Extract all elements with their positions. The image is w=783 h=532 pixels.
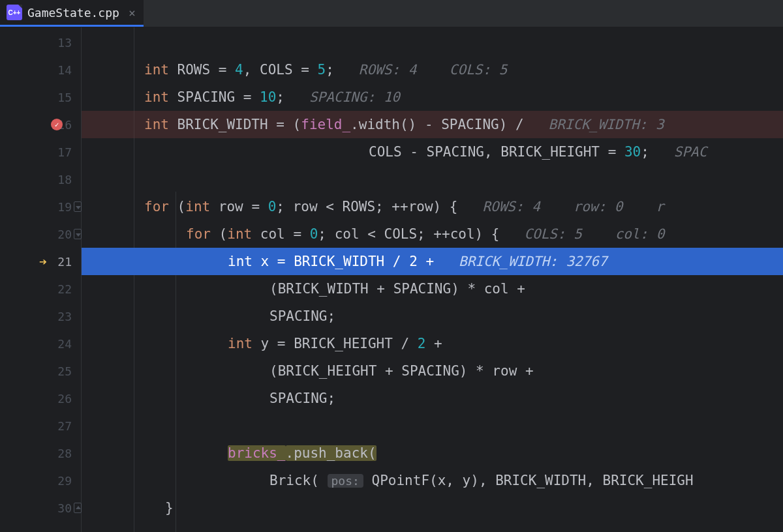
code-line[interactable]: int y = BRICK_HEIGHT / 2 + [82, 330, 783, 357]
line-number[interactable]: 29 [0, 467, 81, 494]
line-number[interactable]: 24 [0, 330, 81, 357]
code-line[interactable] [82, 29, 783, 56]
line-number[interactable]: 20 [0, 220, 81, 248]
line-number[interactable]: 14 [0, 56, 81, 83]
code-line[interactable] [82, 166, 783, 193]
fold-toggle-icon[interactable] [74, 503, 82, 513]
line-number[interactable]: 17 [0, 138, 81, 166]
code-line[interactable]: bricks_.push_back( [82, 439, 783, 467]
gutter: 13 14 15 16 17 18 19 20 ➔21 22 23 24 25 … [0, 27, 82, 532]
line-number[interactable]: 28 [0, 439, 81, 467]
code-line[interactable]: for (int row = 0; row < ROWS; ++row) { R… [82, 193, 783, 220]
inline-hint: ROWS: 4 COLS: 5 [359, 62, 508, 78]
inline-hint: BRICK_WIDTH: 3 [549, 117, 664, 132]
line-number[interactable]: 13 [0, 29, 81, 56]
tab-filename: GameState.cpp [27, 6, 119, 20]
inline-hint: ROWS: 4 row: 0 r [482, 199, 664, 214]
line-number[interactable]: 16 [0, 111, 81, 138]
code-line[interactable]: int x = BRICK_WIDTH / 2 + BRICK_WIDTH: 3… [82, 248, 783, 275]
code-line[interactable]: int ROWS = 4, COLS = 5; ROWS: 4 COLS: 5 [82, 56, 783, 83]
inline-hint: SPACING: 10 [309, 89, 400, 105]
parameter-hint: pos: [328, 474, 363, 488]
close-icon[interactable]: × [129, 6, 136, 20]
code-line[interactable]: SPACING; [82, 303, 783, 330]
code-line[interactable]: (BRICK_WIDTH + SPACING) * col + [82, 275, 783, 303]
fold-toggle-icon[interactable] [74, 201, 82, 212]
editor: 13 14 15 16 17 18 19 20 ➔21 22 23 24 25 … [0, 27, 783, 532]
code-line[interactable]: SPACING; [82, 385, 783, 412]
tab-bar: C++ GameState.cpp × [0, 0, 783, 27]
code-line[interactable] [82, 412, 783, 439]
fold-toggle-icon[interactable] [74, 229, 82, 239]
line-number[interactable]: 15 [0, 83, 81, 111]
line-number[interactable]: 27 [0, 412, 81, 439]
line-number[interactable]: 30 [0, 494, 81, 522]
inline-hint: COLS: 5 col: 0 [524, 226, 664, 242]
code-line[interactable]: } [82, 494, 783, 522]
inline-hint: BRICK_WIDTH: 32767 [459, 254, 607, 269]
inline-hint: SPAC [674, 144, 707, 160]
breakpoint-icon[interactable] [51, 119, 63, 130]
code-line[interactable]: Brick( pos: QPointF(x, y), BRICK_WIDTH, … [82, 467, 783, 494]
line-number[interactable]: ➔21 [0, 248, 81, 275]
code-line[interactable]: int BRICK_WIDTH = (field_.width() - SPAC… [82, 111, 783, 138]
code-line[interactable]: (BRICK_HEIGHT + SPACING) * row + [82, 357, 783, 385]
line-number[interactable]: 26 [0, 385, 81, 412]
line-number[interactable]: 18 [0, 166, 81, 193]
code-line[interactable]: COLS - SPACING, BRICK_HEIGHT = 30; SPAC [82, 138, 783, 166]
execution-pointer-icon: ➔ [39, 254, 47, 269]
line-number[interactable]: 25 [0, 357, 81, 385]
line-number[interactable]: 19 [0, 193, 81, 220]
code-line[interactable]: for (int col = 0; col < COLS; ++col) { C… [82, 220, 783, 248]
cpp-file-icon: C++ [7, 5, 22, 20]
code-area[interactable]: int ROWS = 4, COLS = 5; ROWS: 4 COLS: 5 … [82, 27, 783, 532]
code-line[interactable]: int SPACING = 10; SPACING: 10 [82, 83, 783, 111]
line-number[interactable]: 23 [0, 303, 81, 330]
file-tab[interactable]: C++ GameState.cpp × [0, 0, 144, 27]
line-number[interactable]: 22 [0, 275, 81, 303]
